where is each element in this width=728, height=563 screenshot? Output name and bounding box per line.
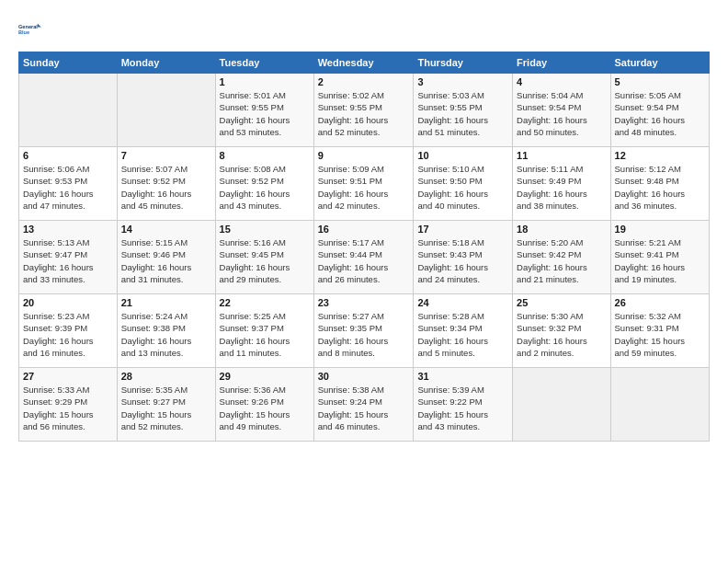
weekday-header-friday: Friday (513, 52, 610, 74)
day-number: 7 (121, 150, 211, 161)
calendar-cell: 15Sunrise: 5:16 AM Sunset: 9:45 PM Dayli… (215, 221, 313, 294)
day-number: 18 (517, 224, 606, 235)
calendar-cell: 12Sunrise: 5:12 AM Sunset: 9:48 PM Dayli… (610, 147, 709, 221)
day-info: Sunrise: 5:04 AM Sunset: 9:54 PM Dayligh… (517, 89, 606, 138)
day-info: Sunrise: 5:03 AM Sunset: 9:55 PM Dayligh… (417, 89, 508, 138)
calendar-cell: 23Sunrise: 5:27 AM Sunset: 9:35 PM Dayli… (313, 294, 414, 368)
day-number: 14 (121, 224, 211, 235)
day-info: Sunrise: 5:01 AM Sunset: 9:55 PM Dayligh… (220, 89, 310, 138)
day-info: Sunrise: 5:35 AM Sunset: 9:27 PM Dayligh… (121, 384, 211, 432)
page: GeneralBlue SundayMondayTuesdayWednesday… (0, 0, 728, 563)
day-info: Sunrise: 5:10 AM Sunset: 9:50 PM Dayligh… (417, 163, 508, 212)
weekday-header-thursday: Thursday (414, 52, 513, 74)
day-number: 2 (318, 76, 410, 87)
week-row-1: 1Sunrise: 5:01 AM Sunset: 9:55 PM Daylig… (19, 74, 710, 147)
day-info: Sunrise: 5:39 AM Sunset: 9:22 PM Dayligh… (417, 384, 508, 432)
day-info: Sunrise: 5:38 AM Sunset: 9:24 PM Dayligh… (318, 384, 410, 432)
week-row-5: 27Sunrise: 5:33 AM Sunset: 9:29 PM Dayli… (19, 368, 710, 442)
day-number: 25 (517, 297, 606, 308)
day-info: Sunrise: 5:30 AM Sunset: 9:32 PM Dayligh… (517, 310, 606, 359)
calendar-cell: 9Sunrise: 5:09 AM Sunset: 9:51 PM Daylig… (313, 147, 414, 221)
svg-text:Blue: Blue (18, 29, 29, 35)
day-number: 8 (220, 150, 310, 161)
calendar-cell: 28Sunrise: 5:35 AM Sunset: 9:27 PM Dayli… (117, 368, 215, 442)
calendar-cell: 30Sunrise: 5:38 AM Sunset: 9:24 PM Dayli… (313, 368, 414, 442)
logo-icon: GeneralBlue (18, 17, 44, 42)
day-number: 21 (121, 297, 211, 308)
day-info: Sunrise: 5:24 AM Sunset: 9:38 PM Dayligh… (121, 310, 211, 359)
calendar-cell: 17Sunrise: 5:18 AM Sunset: 9:43 PM Dayli… (414, 221, 513, 294)
weekday-header-tuesday: Tuesday (215, 52, 313, 74)
day-number: 13 (23, 224, 113, 235)
calendar-cell: 4Sunrise: 5:04 AM Sunset: 9:54 PM Daylig… (513, 74, 610, 147)
calendar-cell: 14Sunrise: 5:15 AM Sunset: 9:46 PM Dayli… (117, 221, 215, 294)
week-row-3: 13Sunrise: 5:13 AM Sunset: 9:47 PM Dayli… (19, 221, 710, 294)
day-info: Sunrise: 5:28 AM Sunset: 9:34 PM Dayligh… (417, 310, 508, 359)
calendar-cell: 24Sunrise: 5:28 AM Sunset: 9:34 PM Dayli… (414, 294, 513, 368)
calendar-cell: 7Sunrise: 5:07 AM Sunset: 9:52 PM Daylig… (117, 147, 215, 221)
calendar-cell: 21Sunrise: 5:24 AM Sunset: 9:38 PM Dayli… (117, 294, 215, 368)
calendar-cell: 11Sunrise: 5:11 AM Sunset: 9:49 PM Dayli… (513, 147, 610, 221)
day-info: Sunrise: 5:11 AM Sunset: 9:49 PM Dayligh… (517, 163, 606, 212)
day-number: 22 (220, 297, 310, 308)
day-info: Sunrise: 5:12 AM Sunset: 9:48 PM Dayligh… (615, 163, 705, 212)
calendar-cell (610, 368, 709, 442)
weekday-header-monday: Monday (117, 52, 215, 74)
day-info: Sunrise: 5:05 AM Sunset: 9:54 PM Dayligh… (615, 89, 705, 138)
day-info: Sunrise: 5:02 AM Sunset: 9:55 PM Dayligh… (318, 89, 410, 138)
day-number: 23 (318, 297, 410, 308)
day-number: 12 (615, 150, 705, 161)
calendar-cell: 29Sunrise: 5:36 AM Sunset: 9:26 PM Dayli… (215, 368, 313, 442)
calendar-cell (513, 368, 610, 442)
day-info: Sunrise: 5:25 AM Sunset: 9:37 PM Dayligh… (220, 310, 310, 359)
day-info: Sunrise: 5:09 AM Sunset: 9:51 PM Dayligh… (318, 163, 410, 212)
calendar-cell: 1Sunrise: 5:01 AM Sunset: 9:55 PM Daylig… (215, 74, 313, 147)
calendar-cell: 27Sunrise: 5:33 AM Sunset: 9:29 PM Dayli… (19, 368, 118, 442)
day-number: 31 (417, 371, 508, 382)
day-info: Sunrise: 5:32 AM Sunset: 9:31 PM Dayligh… (615, 310, 705, 359)
header: GeneralBlue (18, 17, 710, 42)
day-number: 10 (417, 150, 508, 161)
calendar-cell: 2Sunrise: 5:02 AM Sunset: 9:55 PM Daylig… (313, 74, 414, 147)
day-number: 19 (615, 224, 705, 235)
calendar-cell: 31Sunrise: 5:39 AM Sunset: 9:22 PM Dayli… (414, 368, 513, 442)
calendar-cell: 22Sunrise: 5:25 AM Sunset: 9:37 PM Dayli… (215, 294, 313, 368)
day-number: 4 (517, 76, 606, 87)
calendar-cell: 26Sunrise: 5:32 AM Sunset: 9:31 PM Dayli… (610, 294, 709, 368)
calendar-cell: 13Sunrise: 5:13 AM Sunset: 9:47 PM Dayli… (19, 221, 118, 294)
day-info: Sunrise: 5:36 AM Sunset: 9:26 PM Dayligh… (220, 384, 310, 432)
calendar-cell: 10Sunrise: 5:10 AM Sunset: 9:50 PM Dayli… (414, 147, 513, 221)
day-info: Sunrise: 5:18 AM Sunset: 9:43 PM Dayligh… (417, 236, 508, 285)
day-number: 11 (517, 150, 606, 161)
day-number: 29 (220, 371, 310, 382)
calendar-cell: 19Sunrise: 5:21 AM Sunset: 9:41 PM Dayli… (610, 221, 709, 294)
day-info: Sunrise: 5:17 AM Sunset: 9:44 PM Dayligh… (318, 236, 410, 285)
calendar-cell (19, 74, 118, 147)
day-number: 15 (220, 224, 310, 235)
weekday-header-sunday: Sunday (19, 52, 118, 74)
day-info: Sunrise: 5:33 AM Sunset: 9:29 PM Dayligh… (23, 384, 113, 432)
calendar-cell: 5Sunrise: 5:05 AM Sunset: 9:54 PM Daylig… (610, 74, 709, 147)
calendar-cell: 16Sunrise: 5:17 AM Sunset: 9:44 PM Dayli… (313, 221, 414, 294)
day-number: 5 (615, 76, 705, 87)
calendar-cell: 8Sunrise: 5:08 AM Sunset: 9:52 PM Daylig… (215, 147, 313, 221)
svg-marker-2 (38, 24, 41, 28)
day-number: 17 (417, 224, 508, 235)
calendar-cell: 18Sunrise: 5:20 AM Sunset: 9:42 PM Dayli… (513, 221, 610, 294)
day-info: Sunrise: 5:13 AM Sunset: 9:47 PM Dayligh… (23, 236, 113, 285)
weekday-header-saturday: Saturday (610, 52, 709, 74)
day-number: 26 (615, 297, 705, 308)
day-info: Sunrise: 5:16 AM Sunset: 9:45 PM Dayligh… (220, 236, 310, 285)
week-row-2: 6Sunrise: 5:06 AM Sunset: 9:53 PM Daylig… (19, 147, 710, 221)
calendar-cell: 20Sunrise: 5:23 AM Sunset: 9:39 PM Dayli… (19, 294, 118, 368)
day-number: 24 (417, 297, 508, 308)
calendar-cell: 25Sunrise: 5:30 AM Sunset: 9:32 PM Dayli… (513, 294, 610, 368)
day-info: Sunrise: 5:08 AM Sunset: 9:52 PM Dayligh… (220, 163, 310, 212)
day-number: 27 (23, 371, 113, 382)
calendar-cell (117, 74, 215, 147)
day-info: Sunrise: 5:15 AM Sunset: 9:46 PM Dayligh… (121, 236, 211, 285)
week-row-4: 20Sunrise: 5:23 AM Sunset: 9:39 PM Dayli… (19, 294, 710, 368)
day-number: 1 (220, 76, 310, 87)
calendar-cell: 3Sunrise: 5:03 AM Sunset: 9:55 PM Daylig… (414, 74, 513, 147)
day-number: 20 (23, 297, 113, 308)
